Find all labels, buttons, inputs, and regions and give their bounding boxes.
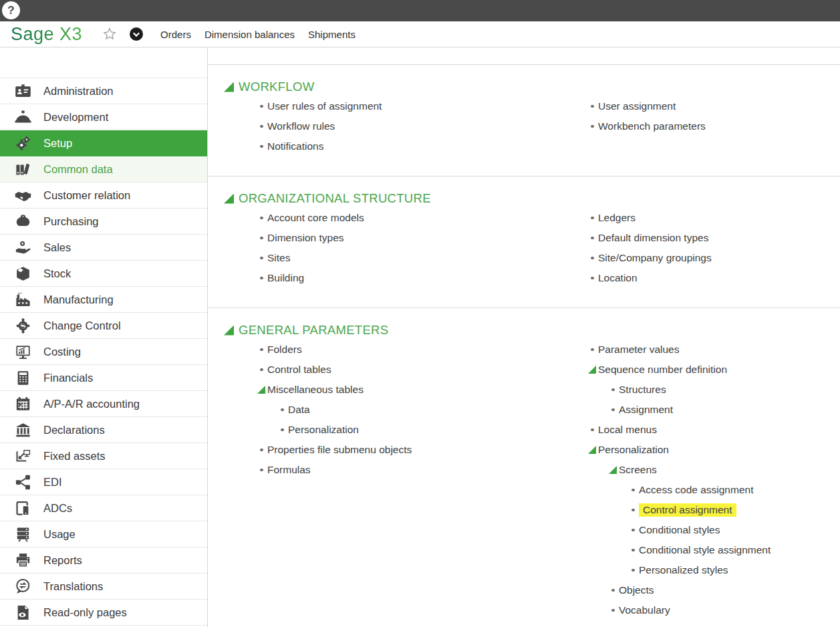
- bullet-icon: [257, 125, 267, 128]
- sidebar-item-adcs[interactable]: ADCs: [0, 495, 207, 521]
- bullet-icon: [257, 237, 267, 240]
- menu-entry-screens[interactable]: Screens: [609, 460, 824, 480]
- sidebar-item-label: Stock: [43, 267, 71, 280]
- menu-entry-label: User rules of assignment: [267, 100, 382, 112]
- menu-entry-local-menus[interactable]: Local menus: [588, 420, 824, 440]
- sidebar-item-label: Manufacturing: [43, 293, 114, 306]
- menu-entry-label: Personalization: [598, 444, 669, 456]
- chevron-down-icon[interactable]: [130, 27, 143, 41]
- sidebar-item-financials[interactable]: Financials: [0, 365, 207, 391]
- favorites-star-icon[interactable]: [102, 27, 117, 41]
- menu-entry-account-core-models[interactable]: Account core models: [257, 208, 588, 228]
- bank-icon: [14, 421, 32, 439]
- sidebar-item-purchasing[interactable]: Purchasing: [0, 209, 207, 235]
- menu-entry-access-code-assignment[interactable]: Access code assignment: [629, 480, 824, 500]
- section-general-parameters: GENERAL PARAMETERSFoldersControl tablesM…: [208, 308, 840, 620]
- nav-link-shipments[interactable]: Shipments: [308, 29, 356, 40]
- sidebar-item-setup[interactable]: Setup: [0, 130, 207, 156]
- menu-entry-notifications[interactable]: Notifications: [257, 136, 588, 156]
- menu-entry-ledgers[interactable]: Ledgers: [588, 208, 824, 228]
- section-title-general-parameters[interactable]: GENERAL PARAMETERS: [224, 322, 824, 338]
- bullet-icon: [257, 368, 267, 372]
- menu-entry-control-tables[interactable]: Control tables: [257, 360, 588, 380]
- handshake-icon: [14, 186, 32, 205]
- sidebar-item-administration[interactable]: Administration: [0, 78, 207, 104]
- sidebar-item-label: Administration: [43, 85, 114, 98]
- menu-entry-objects[interactable]: Objects: [609, 580, 824, 600]
- sidebar-item-label: A/P-A/R accounting: [43, 398, 140, 410]
- menu-entry-data[interactable]: Data: [278, 400, 588, 420]
- menu-entry-label: Ledgers: [598, 212, 636, 224]
- menu-entry-label: Control tables: [267, 364, 331, 376]
- menu-entry-sequence-number-definition[interactable]: Sequence number definition: [588, 360, 824, 380]
- header-nav: OrdersDimension balancesShipments: [147, 29, 356, 40]
- sidebar-item-reports[interactable]: Reports: [0, 547, 207, 574]
- bullet-icon: [588, 105, 598, 108]
- sage-x3-logo[interactable]: Sage X3: [11, 24, 82, 45]
- sidebar-item-common-data[interactable]: Common data: [0, 156, 207, 182]
- menu-entry-personalized-styles[interactable]: Personalized styles: [629, 560, 824, 580]
- bullet-icon: [278, 408, 288, 412]
- sidebar-item-edi[interactable]: EDI: [0, 469, 207, 495]
- sidebar-item-fixed-assets[interactable]: Fixed assets: [0, 443, 207, 469]
- menu-entry-location[interactable]: Location: [588, 268, 824, 288]
- menu-entry-label: Notifications: [267, 140, 323, 152]
- bullet-icon: [257, 145, 267, 148]
- collapse-triangle-icon: [224, 194, 234, 204]
- menu-entry-workflow-rules[interactable]: Workflow rules: [257, 116, 588, 136]
- section-title-workflow[interactable]: WORKFLOW: [224, 79, 824, 95]
- help-icon[interactable]: ?: [2, 1, 20, 19]
- menu-entry-conditional-style-assignment[interactable]: Conditional style assignment: [629, 540, 824, 560]
- nav-link-dimension-balances[interactable]: Dimension balances: [204, 29, 295, 40]
- section-column-1: Account core modelsDimension typesSitesB…: [224, 208, 588, 288]
- menu-entry-label: Objects: [619, 584, 654, 596]
- sidebar-item-declarations[interactable]: Declarations: [0, 417, 207, 443]
- sidebar-item-change-control[interactable]: Change Control: [0, 313, 207, 339]
- sidebar-item-label: Sales: [43, 241, 71, 254]
- sidebar-item-costing[interactable]: Costing: [0, 339, 207, 365]
- menu-entry-assignment[interactable]: Assignment: [609, 400, 824, 420]
- menu-entry-dimension-types[interactable]: Dimension types: [257, 228, 588, 248]
- sidebar-item-read-only-pages[interactable]: Read-only pages: [0, 600, 207, 626]
- menu-entry-personalization[interactable]: Personalization: [278, 420, 588, 440]
- calculator-icon: [14, 369, 32, 387]
- sidebar-item-label: Development: [43, 111, 108, 124]
- nav-link-orders[interactable]: Orders: [160, 29, 191, 40]
- menu-entry-workbench-parameters[interactable]: Workbench parameters: [588, 116, 824, 136]
- menu-entry-properties-file-submenu-objects[interactable]: Properties file submenu objects: [257, 440, 588, 460]
- menu-entry-vocabulary[interactable]: Vocabulary: [609, 600, 824, 620]
- sidebar-item-usage[interactable]: Usage: [0, 521, 207, 547]
- section-column-2: Parameter valuesSequence number definiti…: [588, 340, 824, 620]
- menu-entry-user-assignment[interactable]: User assignment: [588, 96, 824, 116]
- section-title-organizational-structure[interactable]: ORGANIZATIONAL STRUCTURE: [224, 191, 824, 207]
- menu-entry-conditional-styles[interactable]: Conditional styles: [629, 520, 824, 540]
- sidebar-item-translations[interactable]: Translations: [0, 574, 207, 600]
- menu-entry-label: Workflow rules: [267, 120, 335, 132]
- menu-entry-label: Location: [598, 272, 638, 284]
- menu-entry-parameter-values[interactable]: Parameter values: [588, 340, 824, 360]
- menu-entry-user-rules-of-assignment[interactable]: User rules of assignment: [257, 96, 588, 116]
- sidebar-item-customer-relation[interactable]: Customer relation: [0, 182, 207, 209]
- menu-entry-control-assignment[interactable]: Control assignment: [629, 500, 824, 520]
- menu-entry-personalization[interactable]: Personalization: [588, 440, 824, 460]
- menu-entry-building[interactable]: Building: [257, 268, 588, 288]
- menu-entry-formulas[interactable]: Formulas: [257, 460, 588, 480]
- menu-entry-structures[interactable]: Structures: [609, 380, 824, 400]
- menu-entry-folders[interactable]: Folders: [257, 340, 588, 360]
- menu-entry-label: Sequence number definition: [598, 364, 727, 376]
- sidebar-item-manufacturing[interactable]: Manufacturing: [0, 287, 207, 313]
- section-column-2: User assignmentWorkbench parameters: [588, 96, 824, 156]
- menu-entry-label: Screens: [619, 464, 657, 476]
- sidebar-item-stock[interactable]: Stock: [0, 261, 207, 287]
- gear-sync-icon: [14, 317, 32, 335]
- sidebar-item-development[interactable]: Development: [0, 104, 207, 130]
- menu-entry-default-dimension-types[interactable]: Default dimension types: [588, 228, 824, 248]
- menu-entry-miscellaneous-tables[interactable]: Miscellaneous tables: [257, 380, 588, 400]
- top-bar: ?: [0, 0, 840, 21]
- menu-entry-sites[interactable]: Sites: [257, 248, 588, 268]
- menu-entry-site-company-groupings[interactable]: Site/Company groupings: [588, 248, 824, 268]
- sidebar-item-a-p-a-r-accounting[interactable]: A/P-A/R accounting: [0, 391, 207, 417]
- sidebar-item-sales[interactable]: Sales: [0, 235, 207, 261]
- main-content: WORKFLOWUser rules of assignmentWorkflow…: [208, 47, 840, 627]
- menu-entry-label: Local menus: [598, 424, 657, 436]
